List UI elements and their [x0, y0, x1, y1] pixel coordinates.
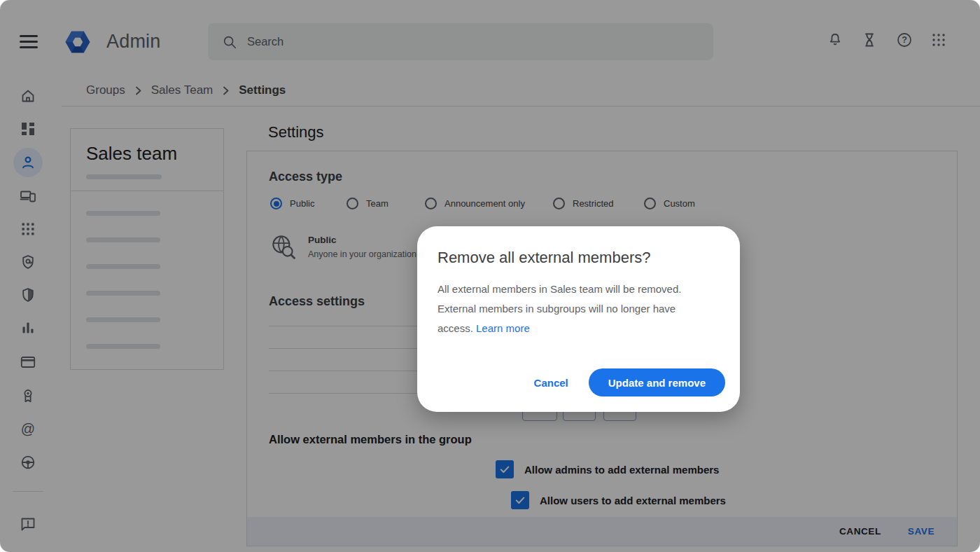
dialog-cancel-button[interactable]: Cancel — [528, 377, 574, 389]
dialog-body: All external members in Sales team will … — [438, 280, 705, 338]
dialog-actions: Cancel Update and remove — [528, 368, 725, 396]
update-and-remove-button[interactable]: Update and remove — [589, 368, 725, 396]
admin-console-window: Admin ? Groups Sales — [0, 0, 980, 552]
dialog-title: Remove all external members? — [438, 249, 650, 267]
remove-external-members-dialog: Remove all external members? All externa… — [417, 226, 740, 412]
dialog-body-text: All external members in Sales team will … — [438, 283, 681, 334]
learn-more-link[interactable]: Learn more — [476, 322, 530, 334]
